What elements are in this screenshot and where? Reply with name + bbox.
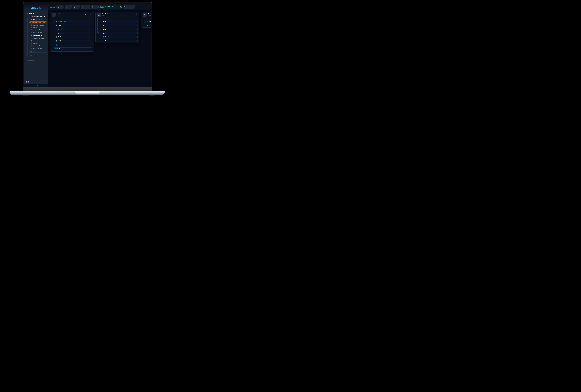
add-plant-input[interactable]: Add Plant... [30,51,36,52]
sidebar-item[interactable]: Industrial IT [32,27,39,28]
chevron-down-icon[interactable] [25,13,26,14]
area-icon [98,14,100,16]
node-row-chiller[interactable]: Chiller [53,36,92,38]
node-row-plc[interactable]: PLC [55,28,92,30]
plus-icon[interactable] [46,51,47,52]
sidebar-item[interactable]: Enterprise IT [32,29,40,30]
sidebar-item[interactable]: Plant Architecture [32,31,42,33]
close-icon[interactable] [90,14,92,15]
chevron-down-icon[interactable] [100,21,100,22]
node-row-robot[interactable]: Robot [100,36,138,38]
node-row-ft[interactable]: FT [57,32,92,34]
area-chip [143,13,146,17]
asset-icon [102,36,104,38]
area-chip [97,13,101,17]
ot-system-icon [30,22,32,23]
user-block: John john@john.com [24,79,48,84]
sidebar-item-industrial-ot-selected[interactable]: Industrial OT System [30,21,47,24]
ot-system-icon [31,38,32,39]
chevron-down-icon[interactable] [101,36,102,37]
node-row-cnc[interactable]: CNC [100,28,138,30]
sidebar-item-enterprise[interactable]: ABC INC. [29,13,36,15]
server-icon [31,27,32,28]
document-icon [124,6,126,8]
cell-icon [147,21,148,22]
add-enterprise-input[interactable]: Add Enterprise... [26,60,35,61]
node-row-line-2[interactable]: Line-2 [98,32,138,34]
machine-tool-label: Machine [84,6,89,8]
asset-icon [56,24,58,26]
asset-icon [101,28,102,30]
node-row-hmi[interactable]: HMI [55,40,92,42]
node-row-compressor[interactable]: Compressor [53,20,92,23]
sidebar-item[interactable]: Business Processes [32,24,44,26]
node-label: New [105,40,108,42]
edit-icon[interactable] [130,14,131,15]
card-title: Production [102,13,110,15]
sidebar-item-site[interactable]: Birmingham [33,18,42,20]
ot-eightmap-button[interactable]: OT EIGHTMAP [124,5,135,9]
chevron-down-icon[interactable] [29,35,30,36]
area-icon [144,14,146,16]
node-label: CNC [103,28,106,30]
node-label: Line-1 [103,20,107,22]
area-card-warehouse[interactable]: Warehouse AREA Pac [141,11,151,27]
chevron-down-icon[interactable] [100,33,100,33]
node-row-scada[interactable]: SCADA [53,47,92,50]
asset-icon [92,6,93,8]
ot-eightmap-label: OT EIGHTMAP [126,6,134,8]
cloud-icon [31,45,32,46]
building-icon [31,48,32,49]
cell-tool-button[interactable]: Cell [73,5,80,9]
tree-connector [99,34,99,37]
close-icon[interactable] [135,14,137,15]
clipboard-icon [31,40,32,41]
logout-icon[interactable] [44,81,46,83]
sidebar-item[interactable]: Enterprise IT [32,45,40,46]
collapse-icon[interactable] [132,14,134,15]
sidebar-item[interactable]: Plant Architecture [32,48,42,49]
machine-tool-button[interactable]: Machine [81,5,90,9]
node-row-plc[interactable]: PLC [55,43,92,46]
collapse-icon[interactable] [87,14,89,15]
area-tool-button[interactable]: Area [56,5,64,9]
area-card-production[interactable]: Production AREA Line-1 [96,11,139,43]
sidebar-item[interactable]: Industrial IT [32,43,39,44]
tree-connector [99,25,100,25]
chevron-down-icon[interactable] [54,21,55,22]
node-row-cell[interactable]: Pac [144,20,151,23]
tree-connector [52,18,52,49]
asset-health-score-badge: ASSET HEALTH SCORE OF PLANT : 85 [100,5,122,9]
chevron-down-icon[interactable] [29,19,30,20]
chevron-down-icon[interactable] [54,36,55,37]
line-tool-button[interactable]: Line [65,5,72,9]
chevron-down-icon[interactable] [145,21,146,22]
plus-icon[interactable] [46,55,47,56]
asset-icon [54,48,56,49]
line-icon [101,32,102,34]
chevron-down-icon[interactable] [27,16,28,17]
card-header [50,12,94,18]
sidebar-item-site[interactable]: Manchester [33,35,42,37]
asset-tool-button[interactable]: Asset [91,5,98,9]
tree-guide-line [26,15,26,55]
node-row-plc[interactable]: PLC [100,24,138,26]
add-site-input[interactable]: Add Site... [28,55,33,56]
node-row-new[interactable]: New [102,40,138,42]
edit-icon[interactable] [84,14,86,15]
sidebar-item[interactable]: Industrial OT System [32,38,44,39]
building-icon [27,13,28,14]
chevron-down-icon[interactable] [56,29,57,30]
node-row-line-1[interactable]: Line-1 [98,20,138,23]
card-header [96,12,139,18]
node-row-asset[interactable] [146,24,151,26]
asset-icon [103,40,104,41]
node-row-hmi[interactable]: HMI [55,24,92,26]
plus-icon[interactable] [46,60,47,61]
tree-connector [145,25,146,25]
sidebar-item[interactable]: Business Processes [32,40,44,42]
health-score-value: 85 [120,6,122,8]
tree-connector [98,33,98,33]
sidebar-item-country[interactable]: UNITED KINGDOM [31,16,45,18]
area-card-utility[interactable]: Utility AREA Compressor [50,11,94,51]
